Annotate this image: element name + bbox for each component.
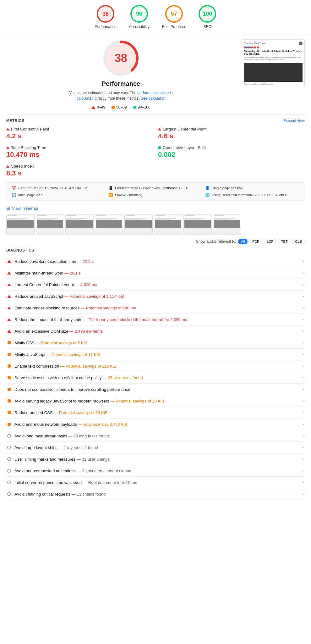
- audit-triangle-icon: [7, 306, 11, 309]
- calendar-icon: 📅: [12, 186, 16, 190]
- audit-square-icon: [8, 364, 11, 368]
- diagnostics-title: DIAGNOSTICS: [6, 248, 305, 253]
- audit-row[interactable]: Minify CSS — Potential savings of 5 KiB›: [6, 337, 305, 349]
- audit-filters-label: Show audits relevant to:: [196, 239, 236, 244]
- audit-row[interactable]: Initial server response time was short —…: [6, 477, 305, 488]
- best-practices-label: Best Practices: [162, 25, 186, 29]
- preview-logo: The New York Times: [244, 42, 265, 45]
- audit-row[interactable]: Reduce unused JavaScript — Potential sav…: [6, 291, 305, 302]
- preview-caption: More: Tensions Turn Viral for Moments in…: [244, 83, 303, 85]
- chevron-down-icon: ›: [302, 412, 307, 414]
- filmstrip-frame: [65, 214, 94, 235]
- filmstrip: [6, 214, 305, 235]
- audit-row[interactable]: Reduce JavaScript execution time — 20.2 …: [6, 256, 305, 267]
- audit-row[interactable]: Enable text compression — Potential savi…: [6, 360, 305, 372]
- filmstrip-frame: [183, 214, 212, 235]
- audit-detail: — Potential savings of 1,114 KiB: [63, 294, 124, 299]
- audit-row[interactable]: Does not use passive listeners to improv…: [6, 384, 305, 395]
- preview-dots: [244, 47, 303, 48]
- chevron-down-icon: ›: [302, 458, 307, 460]
- chevron-down-icon: ›: [302, 261, 307, 262]
- audit-square-icon: [8, 388, 11, 391]
- treemap-link[interactable]: ⊞ View Treemap: [6, 206, 305, 211]
- filter-all[interactable]: All: [238, 239, 248, 244]
- chevron-down-icon: ›: [302, 330, 307, 332]
- audit-triangle-icon: [7, 283, 11, 286]
- audit-square-icon: [8, 341, 11, 344]
- filter-fcp[interactable]: FCP: [249, 239, 262, 244]
- audit-row[interactable]: Eliminate render-blocking resources — Po…: [6, 302, 305, 314]
- audit-label: Avoid an excessive DOM size: [14, 329, 68, 334]
- audit-detail: — 20.2 s: [76, 259, 94, 264]
- score-accessibility[interactable]: 96 Accessibility: [129, 5, 149, 29]
- filmstrip-frame: [154, 214, 182, 235]
- chevron-down-icon: ›: [302, 447, 307, 448]
- audit-row[interactable]: Avoid long main-thread tasks — 20 long t…: [6, 430, 305, 442]
- audit-circle-icon: [7, 492, 11, 496]
- audit-label: Avoid enormous network payloads: [14, 422, 77, 427]
- audit-row[interactable]: Avoid an excessive DOM size — 2,498 elem…: [6, 325, 305, 337]
- chevron-down-icon: ›: [302, 424, 307, 425]
- info-load-type: 🔃 Initial page load: [12, 193, 106, 197]
- audit-row[interactable]: Avoid enormous network payloads — Total …: [6, 419, 305, 430]
- score-legend: 0–49 50–89 90–100: [91, 105, 150, 109]
- audit-row[interactable]: Avoid serving legacy JavaScript to moder…: [6, 395, 305, 407]
- audit-filters: Show audits relevant to: All FCP LCP TBT…: [6, 239, 305, 244]
- chevron-down-icon: ›: [302, 284, 307, 286]
- audit-label: Avoid long main-thread tasks: [14, 434, 67, 438]
- chevron-down-icon: ›: [302, 342, 307, 344]
- score-seo[interactable]: 100 SEO: [199, 5, 216, 29]
- refresh-icon: 🔃: [12, 193, 16, 197]
- filmstrip-frame: [6, 214, 35, 235]
- audit-detail: — Potential savings of 5 KiB: [35, 341, 87, 345]
- preview-headline: Trump Says He Had a Great Debate. His Al…: [244, 50, 303, 55]
- legend-circle-icon: [133, 106, 136, 109]
- audit-detail: — 31 user timings: [75, 457, 109, 462]
- audit-row[interactable]: Reduce unused CSS — Potential savings of…: [6, 407, 305, 419]
- treemap-icon: ⊞: [6, 206, 10, 211]
- performance-left: 38 Performance Values are estimated and …: [6, 39, 236, 109]
- score-best-practices[interactable]: 57 Best Practices: [162, 5, 186, 29]
- performance-circle: 38: [97, 5, 114, 23]
- si-value: 8.3 s: [6, 169, 153, 177]
- info-device: 📱 Emulated Moto G Power with Lighthouse …: [108, 186, 203, 190]
- chevron-down-icon: ›: [302, 470, 307, 472]
- filter-lcp[interactable]: LCP: [264, 239, 276, 244]
- signal-icon: 📶: [108, 193, 113, 197]
- diagnostics-section: DIAGNOSTICS Reduce JavaScript execution …: [6, 248, 305, 500]
- calc-link[interactable]: See calculator.: [141, 96, 166, 101]
- audit-triangle-icon: [7, 260, 11, 263]
- tbt-icon: [6, 146, 9, 149]
- audit-detail: — Root document took 10 ms: [82, 480, 137, 485]
- filter-tbt[interactable]: TBT: [278, 239, 291, 244]
- audit-row[interactable]: Minify JavaScript — Potential savings of…: [6, 349, 305, 360]
- audit-detail: — 2 animated elements found: [76, 469, 131, 473]
- divider-1: [6, 114, 305, 115]
- expand-view-link[interactable]: Expand view: [283, 119, 305, 123]
- audit-row[interactable]: Avoid large layout shifts — 1 layout shi…: [6, 442, 305, 453]
- chevron-down-icon: ›: [302, 435, 307, 437]
- preview-text: Should Trump's own opening of his debate…: [244, 57, 303, 61]
- legend-green: 90–100: [133, 105, 150, 109]
- audit-label: Does not use passive listeners to improv…: [14, 387, 130, 392]
- audit-detail: — 13 chains found: [70, 492, 106, 497]
- chevron-down-icon: ›: [302, 400, 307, 402]
- audit-row[interactable]: User Timing marks and measures — 31 user…: [6, 453, 305, 465]
- audit-row[interactable]: Reduce the impact of third-party code — …: [6, 314, 305, 325]
- audit-row[interactable]: Largest Contentful Paint element — 4,600…: [6, 279, 305, 291]
- audit-label: Avoid chaining critical requests: [14, 492, 70, 497]
- lcp-icon: [158, 128, 161, 130]
- performance-label: Performance: [95, 25, 117, 29]
- audit-row[interactable]: Serve static assets with an efficient ca…: [6, 372, 305, 384]
- audit-row[interactable]: Avoid non-composited animations — 2 anim…: [6, 465, 305, 477]
- audit-row[interactable]: Avoid chaining critical requests — 13 ch…: [6, 488, 305, 500]
- score-performance[interactable]: 38 Performance: [95, 5, 117, 29]
- best-practices-circle: 57: [165, 5, 183, 23]
- audit-circle-icon: [7, 480, 11, 484]
- legend-orange: 50–89: [112, 105, 127, 109]
- filter-cls[interactable]: CLS: [292, 239, 305, 244]
- audit-row[interactable]: Minimize main-thread work — 26.1 s›: [6, 267, 305, 279]
- audit-circle-icon: [7, 434, 11, 438]
- info-bar: 📅 Captured at Sep 12, 2024, 11:40 AM GMT…: [6, 182, 305, 201]
- fcp-icon: [6, 128, 9, 130]
